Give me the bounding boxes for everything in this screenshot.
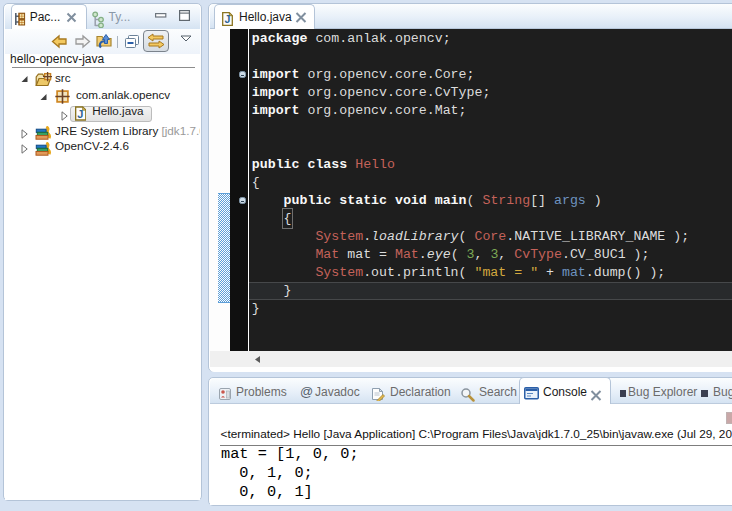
svg-text:J: J: [77, 108, 83, 120]
svg-text:J: J: [224, 13, 230, 25]
